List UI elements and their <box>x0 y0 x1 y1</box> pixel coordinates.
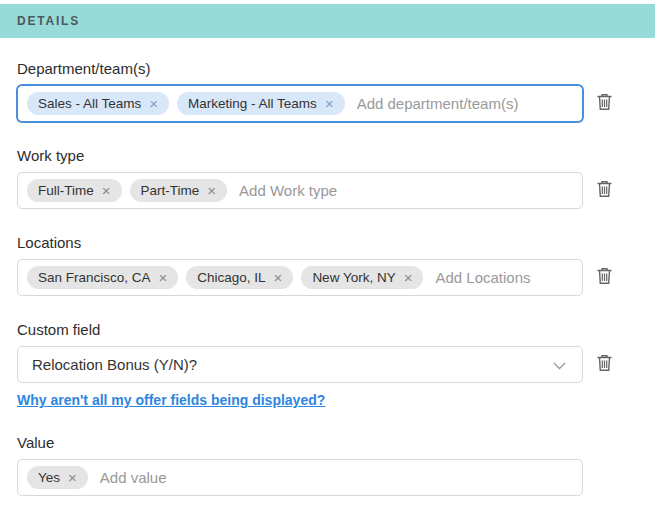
value-tags-input[interactable]: Yes × <box>17 459 583 496</box>
tag-new-york: New York, NY × <box>301 266 423 289</box>
work-type-label: Work type <box>17 147 638 164</box>
tag-chicago: Chicago, IL × <box>186 266 293 289</box>
tag-label: Sales - All Teams <box>38 96 141 111</box>
custom-field-selected-value: Relocation Bonus (Y/N)? <box>32 356 197 373</box>
work-type-add-input[interactable] <box>235 180 573 201</box>
department-add-input[interactable] <box>353 93 573 114</box>
remove-tag-icon[interactable]: × <box>149 96 158 111</box>
details-form: Department/team(s) Sales - All Teams × M… <box>0 38 655 496</box>
field-locations: Locations San Francisco, CA × Chicago, I… <box>17 234 638 296</box>
field-work-type: Work type Full-Time × Part-Time × <box>17 147 638 209</box>
tag-label: Full-Time <box>38 183 94 198</box>
tag-marketing-all-teams: Marketing - All Teams × <box>177 92 345 115</box>
tag-label: New York, NY <box>312 270 395 285</box>
tag-label: San Francisco, CA <box>38 270 151 285</box>
remove-tag-icon[interactable]: × <box>159 270 168 285</box>
trash-icon <box>597 180 612 202</box>
field-department: Department/team(s) Sales - All Teams × M… <box>17 60 638 122</box>
tag-label: Chicago, IL <box>197 270 265 285</box>
remove-tag-icon[interactable]: × <box>207 183 216 198</box>
delete-custom-field-button[interactable] <box>595 355 613 375</box>
delete-department-field-button[interactable] <box>595 94 613 114</box>
details-section-header: DETAILS <box>0 4 655 38</box>
field-custom-field: Custom field Relocation Bonus (Y/N)? Why… <box>17 321 638 409</box>
delete-locations-field-button[interactable] <box>595 268 613 288</box>
trash-icon <box>597 267 612 289</box>
remove-tag-icon[interactable]: × <box>102 183 111 198</box>
value-add-input[interactable] <box>96 467 573 488</box>
remove-tag-icon[interactable]: × <box>404 270 413 285</box>
tag-sales-all-teams: Sales - All Teams × <box>27 92 169 115</box>
remove-tag-icon[interactable]: × <box>325 96 334 111</box>
section-title: DETAILS <box>17 14 80 28</box>
offer-fields-help-link[interactable]: Why aren't all my offer fields being dis… <box>17 392 325 408</box>
tag-label: Part-Time <box>141 183 200 198</box>
department-tags-input[interactable]: Sales - All Teams × Marketing - All Team… <box>17 85 583 122</box>
locations-label: Locations <box>17 234 638 251</box>
remove-tag-icon[interactable]: × <box>274 270 283 285</box>
locations-tags-input[interactable]: San Francisco, CA × Chicago, IL × New Yo… <box>17 259 583 296</box>
custom-field-select[interactable]: Relocation Bonus (Y/N)? <box>17 346 583 383</box>
trash-icon <box>597 354 612 376</box>
field-value: Value Yes × <box>17 434 638 496</box>
tag-full-time: Full-Time × <box>27 179 122 202</box>
tag-yes: Yes × <box>27 466 88 489</box>
locations-add-input[interactable] <box>431 267 573 288</box>
remove-tag-icon[interactable]: × <box>68 470 77 485</box>
chevron-down-icon <box>553 356 566 373</box>
tag-label: Marketing - All Teams <box>188 96 317 111</box>
tag-san-francisco: San Francisco, CA × <box>27 266 178 289</box>
tag-part-time: Part-Time × <box>130 179 228 202</box>
department-label: Department/team(s) <box>17 60 638 77</box>
work-type-tags-input[interactable]: Full-Time × Part-Time × <box>17 172 583 209</box>
delete-work-type-field-button[interactable] <box>595 181 613 201</box>
tag-label: Yes <box>38 470 60 485</box>
value-label: Value <box>17 434 638 451</box>
trash-icon <box>597 93 612 115</box>
custom-field-label: Custom field <box>17 321 638 338</box>
